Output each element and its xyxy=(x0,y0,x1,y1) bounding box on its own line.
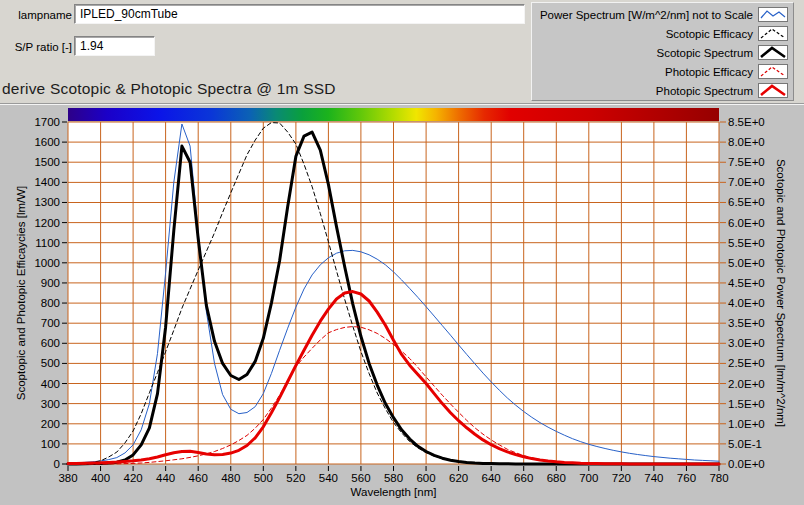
svg-text:520: 520 xyxy=(286,472,305,484)
photopic-efficacy-line-icon[interactable] xyxy=(758,64,788,79)
svg-text:720: 720 xyxy=(612,472,631,484)
xy-graph: 3804004204404604805005205405605806006206… xyxy=(0,104,804,505)
svg-text:5.0E+0: 5.0E+0 xyxy=(728,257,765,269)
grid-lines xyxy=(68,122,719,464)
lampname-input[interactable] xyxy=(74,4,525,24)
svg-text:400: 400 xyxy=(41,378,60,390)
left-axis-title: Scoptopic and Photopic Efficaycies [lm/W… xyxy=(15,186,27,401)
legend-label: Photopic Efficacy xyxy=(665,66,753,78)
svg-text:620: 620 xyxy=(449,472,468,484)
svg-text:680: 680 xyxy=(547,472,566,484)
photopic-spectrum-line-icon[interactable] xyxy=(758,83,788,98)
svg-text:640: 640 xyxy=(482,472,501,484)
svg-text:1000: 1000 xyxy=(34,257,60,269)
svg-text:2.0E+0: 2.0E+0 xyxy=(728,378,765,390)
svg-text:6.5E+0: 6.5E+0 xyxy=(728,196,765,208)
svg-text:7.5E+0: 7.5E+0 xyxy=(728,156,765,168)
svg-text:560: 560 xyxy=(351,472,370,484)
svg-text:420: 420 xyxy=(124,472,143,484)
svg-text:5.5E+0: 5.5E+0 xyxy=(728,237,765,249)
svg-text:1.5E+0: 1.5E+0 xyxy=(728,398,765,410)
wavelength-color-bar xyxy=(68,108,719,121)
scotopic-spectrum-line-icon[interactable] xyxy=(758,45,788,60)
svg-text:1500: 1500 xyxy=(34,156,60,168)
svg-text:540: 540 xyxy=(319,472,338,484)
svg-text:480: 480 xyxy=(221,472,240,484)
svg-text:460: 460 xyxy=(189,472,208,484)
svg-text:660: 660 xyxy=(514,472,533,484)
sp-ratio-label: S/P ratio [-] xyxy=(8,41,72,53)
svg-text:700: 700 xyxy=(579,472,598,484)
svg-text:400: 400 xyxy=(91,472,110,484)
svg-text:0.0E+0: 0.0E+0 xyxy=(728,458,765,470)
svg-text:300: 300 xyxy=(41,398,60,410)
legend-label: Scotopic Spectrum xyxy=(656,47,753,59)
svg-text:4.5E+0: 4.5E+0 xyxy=(728,277,765,289)
legend-item-power-spectrum[interactable]: Power Spectrum [W/m^2/nm] not to Scale xyxy=(532,5,793,24)
svg-text:1100: 1100 xyxy=(35,237,60,249)
legend-item-photopic-efficacy[interactable]: Photopic Efficacy xyxy=(532,62,793,81)
svg-text:600: 600 xyxy=(416,472,435,484)
svg-text:6.0E+0: 6.0E+0 xyxy=(728,217,765,229)
svg-text:500: 500 xyxy=(254,472,273,484)
svg-text:440: 440 xyxy=(156,472,175,484)
svg-text:780: 780 xyxy=(709,472,728,484)
svg-text:5.0E-1: 5.0E-1 xyxy=(728,438,762,450)
legend-label: Scotopic Efficacy xyxy=(666,28,753,40)
svg-text:700: 700 xyxy=(41,317,60,329)
svg-text:800: 800 xyxy=(41,297,60,309)
spectra-chart: 3804004204404604805005205405605806006206… xyxy=(0,105,804,505)
svg-text:3.5E+0: 3.5E+0 xyxy=(728,317,765,329)
svg-text:600: 600 xyxy=(41,337,60,349)
sp-ratio-input[interactable] xyxy=(74,36,155,56)
svg-text:1300: 1300 xyxy=(34,196,60,208)
svg-text:760: 760 xyxy=(677,472,696,484)
svg-text:200: 200 xyxy=(41,418,60,430)
power-spectrum-line-icon[interactable] xyxy=(758,7,788,22)
svg-text:900: 900 xyxy=(41,277,60,289)
right-axis-title: Scotopic and Photopic Power Spectrum [lm… xyxy=(775,159,787,427)
x-axis-title: Wavelength [nm] xyxy=(351,486,437,498)
svg-text:1.0E+0: 1.0E+0 xyxy=(728,418,765,430)
svg-text:4.0E+0: 4.0E+0 xyxy=(728,297,765,309)
lampname-label: lampname xyxy=(18,9,72,21)
svg-text:580: 580 xyxy=(384,472,403,484)
svg-text:500: 500 xyxy=(41,357,60,369)
legend-item-scotopic-efficacy[interactable]: Scotopic Efficacy xyxy=(532,24,793,43)
svg-text:8.0E+0: 8.0E+0 xyxy=(728,136,765,148)
legend-item-scotopic-spectrum[interactable]: Scotopic Spectrum xyxy=(532,43,793,62)
svg-text:7.0E+0: 7.0E+0 xyxy=(728,176,765,188)
svg-text:3.0E+0: 3.0E+0 xyxy=(728,337,765,349)
svg-text:1700: 1700 xyxy=(34,116,60,128)
svg-text:1600: 1600 xyxy=(34,136,60,148)
svg-text:8.5E+0: 8.5E+0 xyxy=(728,116,765,128)
svg-text:100: 100 xyxy=(41,438,60,450)
control-panel: lampname S/P ratio [-] derive Scotopic &… xyxy=(0,0,804,104)
svg-text:740: 740 xyxy=(644,472,663,484)
plot-legend: Power Spectrum [W/m^2/nm] not to Scale S… xyxy=(531,2,794,101)
legend-item-photopic-spectrum[interactable]: Photopic Spectrum xyxy=(532,81,793,100)
page-title: derive Scotopic & Photopic Spectra @ 1m … xyxy=(2,80,336,98)
svg-text:380: 380 xyxy=(58,472,77,484)
svg-text:2.5E+0: 2.5E+0 xyxy=(728,357,765,369)
svg-text:1400: 1400 xyxy=(34,176,60,188)
legend-label: Photopic Spectrum xyxy=(656,85,753,97)
svg-text:0: 0 xyxy=(54,458,60,470)
legend-label: Power Spectrum [W/m^2/nm] not to Scale xyxy=(540,9,753,21)
svg-text:1200: 1200 xyxy=(34,217,60,229)
scotopic-efficacy-line-icon[interactable] xyxy=(758,26,788,41)
